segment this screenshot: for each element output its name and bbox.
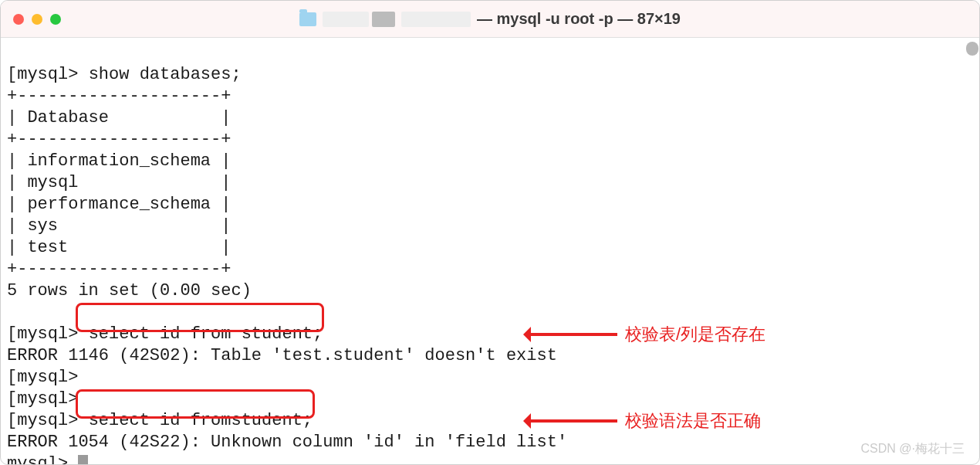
- terminal-window: — mysql -u root -p — 87×19 [mysql> show …: [0, 0, 980, 465]
- titlebar: — mysql -u root -p — 87×19: [1, 1, 979, 38]
- close-button[interactable]: [13, 14, 24, 25]
- redacted-text: [323, 12, 369, 27]
- traffic-lights: [13, 14, 61, 25]
- cursor: [78, 455, 88, 464]
- redacted-text: [372, 12, 395, 27]
- redacted-text: [401, 12, 471, 27]
- title-suffix: — mysql -u root -p — 87×19: [477, 10, 681, 28]
- scrollbar-thumb[interactable]: [966, 42, 978, 56]
- terminal-body[interactable]: [mysql> show databases; +---------------…: [1, 38, 979, 464]
- window-title: — mysql -u root -p — 87×19: [299, 10, 681, 28]
- folder-icon: [299, 12, 316, 26]
- minimize-button[interactable]: [32, 14, 42, 25]
- maximize-button[interactable]: [50, 14, 61, 25]
- terminal-output: [mysql> show databases; +---------------…: [7, 64, 973, 464]
